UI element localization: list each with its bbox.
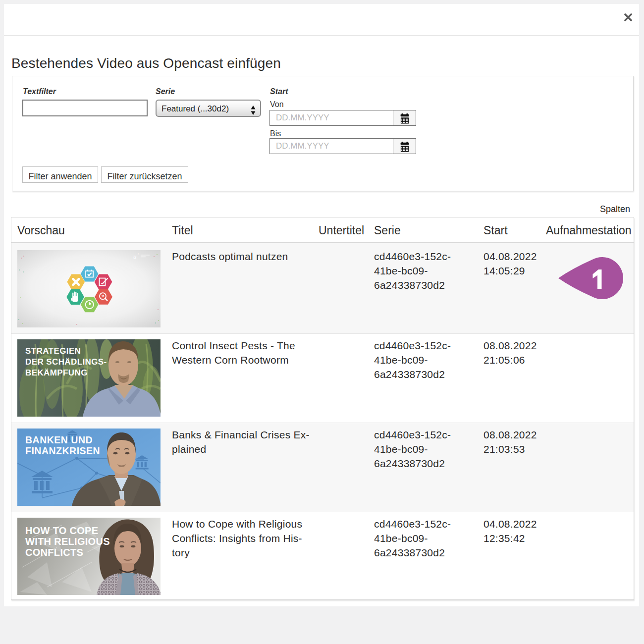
svg-text:CONFLICTS: CONFLICTS bbox=[25, 547, 83, 558]
svg-text:FINANZKRISEN: FINANZKRISEN bbox=[25, 445, 100, 456]
svg-text:HOW TO COPE: HOW TO COPE bbox=[25, 525, 98, 536]
svg-text:STRATEGIEN: STRATEGIEN bbox=[25, 346, 81, 356]
svg-text:BANKEN UND: BANKEN UND bbox=[25, 434, 93, 445]
svg-text:WITH RELIGIOUS: WITH RELIGIOUS bbox=[25, 536, 110, 547]
svg-text:u: u bbox=[133, 253, 137, 260]
svg-text:b: b bbox=[138, 253, 139, 256]
svg-text:BEKÄMPFUNG: BEKÄMPFUNG bbox=[25, 368, 88, 377]
svg-text:DER SCHÄDLINGS-: DER SCHÄDLINGS- bbox=[25, 357, 107, 367]
